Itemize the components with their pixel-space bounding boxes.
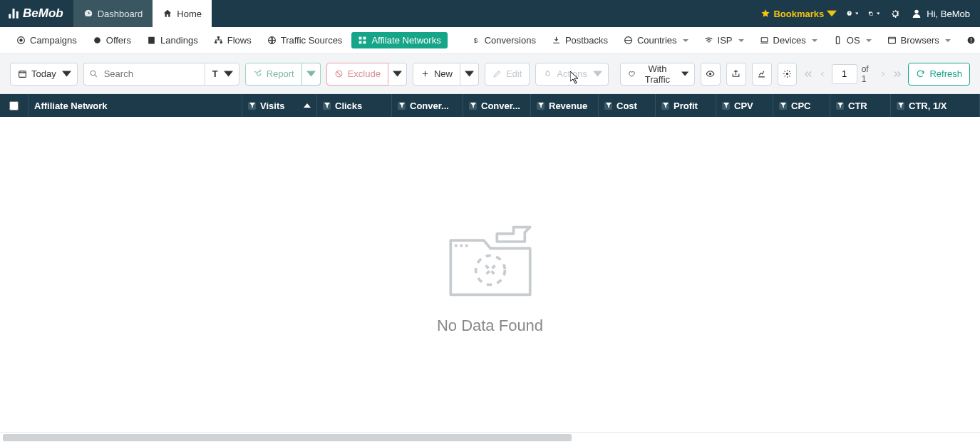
- svg-rect-32: [460, 245, 463, 247]
- filter-icon[interactable]: [836, 102, 844, 110]
- svg-rect-13: [359, 37, 362, 40]
- col-cpc[interactable]: CPC: [773, 94, 830, 117]
- svg-rect-15: [359, 41, 362, 44]
- nav-traffic-sources[interactable]: Traffic Sources: [261, 32, 349, 48]
- chevron-down-icon: [827, 9, 837, 19]
- nav-postbacks[interactable]: Postbacks: [545, 32, 614, 48]
- page-first-button[interactable]: [803, 69, 813, 79]
- export-button[interactable]: [726, 63, 746, 86]
- visibility-button[interactable]: [701, 63, 721, 86]
- col-conversion-rate[interactable]: Conver...: [463, 94, 531, 117]
- main-nav: Campaigns Offers Landings Flows Traffic …: [0, 27, 980, 54]
- col-profit[interactable]: Profit: [656, 94, 716, 117]
- filter-icon[interactable]: [604, 102, 612, 110]
- nav-affiliate-networks[interactable]: Affilate Networks: [351, 32, 447, 48]
- filter-icon[interactable]: [779, 102, 787, 110]
- brand-logo[interactable]: BeMob: [0, 6, 73, 21]
- col-revenue[interactable]: Revenue: [531, 94, 599, 117]
- nav-browsers[interactable]: Browsers: [881, 32, 957, 48]
- page-input[interactable]: [832, 64, 857, 84]
- nav-os[interactable]: OS: [827, 32, 878, 48]
- col-cost[interactable]: Cost: [599, 94, 656, 117]
- page-prev-button[interactable]: [817, 70, 827, 78]
- filter-icon[interactable]: [469, 102, 477, 110]
- chevron-down-icon: [681, 69, 688, 78]
- chart-button[interactable]: [752, 63, 772, 86]
- col-clicks[interactable]: Clicks: [317, 94, 392, 117]
- svg-rect-25: [19, 71, 26, 78]
- select-all-checkbox[interactable]: [9, 101, 19, 110]
- filter-icon[interactable]: [722, 102, 730, 110]
- edit-button[interactable]: Edit: [485, 63, 530, 86]
- report-caret-button[interactable]: [302, 63, 321, 86]
- filter-icon[interactable]: [537, 102, 545, 110]
- nav-campaigns[interactable]: Campaigns: [10, 32, 83, 48]
- col-ctr-1x[interactable]: CTR, 1/X: [891, 94, 980, 117]
- table-header: Affiliate Network Visits Clicks Conver..…: [0, 94, 980, 117]
- scrollbar-thumb[interactable]: [3, 434, 572, 441]
- col-affiliate-network[interactable]: Affiliate Network: [29, 94, 242, 117]
- chevron-down-icon: [593, 69, 602, 78]
- page-next-button[interactable]: [878, 70, 888, 78]
- chevrons-left-icon: [803, 69, 813, 79]
- columns-settings-button[interactable]: [778, 63, 798, 86]
- col-visits[interactable]: Visits: [242, 94, 317, 117]
- chevron-down-icon: [393, 69, 402, 78]
- help-menu[interactable]: ?: [847, 8, 858, 19]
- heart-icon: [628, 69, 635, 78]
- laptop-icon: [760, 36, 769, 45]
- with-traffic-button[interactable]: With Traffic: [620, 63, 695, 86]
- svg-point-6: [19, 38, 22, 41]
- search-type-button[interactable]: T: [205, 63, 239, 86]
- nav-errors[interactable]: Errors: [960, 32, 980, 48]
- windows-menu[interactable]: [868, 8, 880, 19]
- nav-landings[interactable]: Landings: [140, 32, 205, 48]
- logo-icon: [7, 7, 20, 20]
- window-icon: [887, 36, 897, 45]
- new-caret-button[interactable]: [460, 63, 479, 86]
- ban-icon: [334, 69, 344, 78]
- tab-dashboard[interactable]: Dashboard: [73, 0, 153, 27]
- nav-conversions[interactable]: $ Conversions: [465, 32, 542, 48]
- nav-offers[interactable]: Offers: [86, 32, 138, 48]
- svg-rect-9: [217, 36, 220, 38]
- eye-icon: [706, 69, 715, 78]
- bookmarks-menu[interactable]: Bookmarks: [760, 9, 837, 19]
- nav-flows[interactable]: Flows: [207, 32, 258, 48]
- refresh-button[interactable]: Refresh: [908, 63, 970, 86]
- toolbar: Today T Report Exclude: [0, 54, 980, 94]
- mobile-icon: [833, 36, 842, 45]
- col-ctr[interactable]: CTR: [830, 94, 891, 117]
- filter-icon[interactable]: [248, 102, 256, 110]
- filter-icon[interactable]: [323, 102, 331, 110]
- svg-point-30: [475, 256, 505, 285]
- page-last-button[interactable]: [892, 69, 902, 79]
- col-conversions[interactable]: Conver...: [392, 94, 463, 117]
- filter-icon[interactable]: [398, 102, 406, 110]
- filter-icon[interactable]: [661, 102, 669, 110]
- plus-icon: [421, 69, 430, 78]
- user-menu[interactable]: Hi, BeMob: [911, 8, 970, 19]
- nav-countries[interactable]: Countries: [617, 32, 695, 48]
- wifi-icon: [704, 36, 713, 45]
- nav-devices[interactable]: Devices: [753, 32, 824, 48]
- exclude-button[interactable]: Exclude: [326, 63, 388, 86]
- tab-home[interactable]: Home: [153, 0, 212, 27]
- report-button[interactable]: Report: [245, 63, 302, 86]
- top-tabs: Dashboard Home: [73, 0, 212, 27]
- search-icon: [89, 69, 98, 78]
- chevron-down-icon: [224, 69, 233, 78]
- pencil-icon: [492, 69, 502, 78]
- horizontal-scrollbar[interactable]: [0, 432, 980, 442]
- new-button[interactable]: New: [413, 63, 460, 86]
- settings-button[interactable]: [889, 8, 901, 19]
- exclude-caret-button[interactable]: [388, 63, 407, 86]
- col-checkbox[interactable]: [0, 94, 29, 117]
- search-input[interactable]: [83, 63, 205, 86]
- filter-icon[interactable]: [897, 102, 904, 110]
- col-cpv[interactable]: CPV: [716, 94, 773, 117]
- nav-isp[interactable]: ISP: [698, 32, 751, 48]
- date-range-button[interactable]: Today: [10, 63, 78, 86]
- actions-button[interactable]: Actions: [535, 63, 609, 86]
- shuffle-icon: [253, 69, 262, 78]
